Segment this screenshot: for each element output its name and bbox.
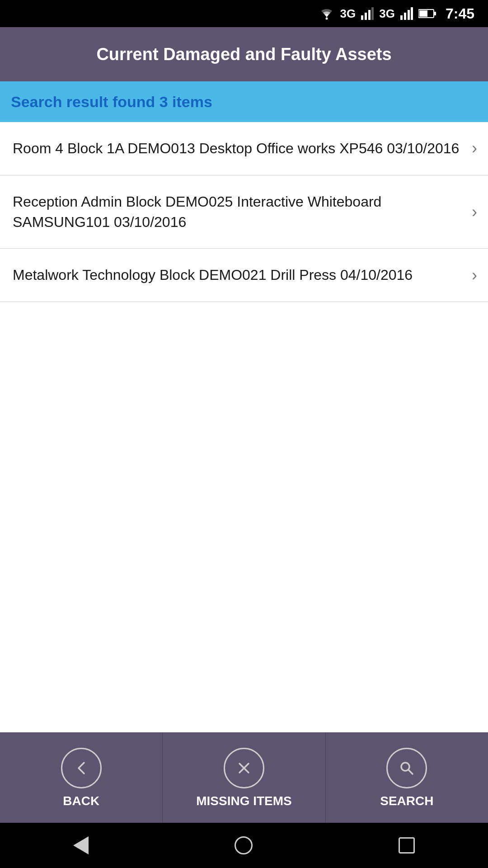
recents-square-icon <box>399 837 415 854</box>
svg-point-0 <box>325 18 328 20</box>
list-item[interactable]: Reception Admin Block DEMO025 Interactiv… <box>0 175 488 249</box>
list-item-text: Reception Admin Block DEMO025 Interactiv… <box>13 192 472 232</box>
search-button[interactable]: Search <box>326 733 488 823</box>
search-result-count: Search result found 3 items <box>11 93 212 111</box>
svg-rect-10 <box>434 12 436 15</box>
svg-rect-5 <box>400 15 403 20</box>
home-circle-icon <box>235 836 253 854</box>
status-bar: 3G 3G 7:45 <box>0 0 488 27</box>
android-home-button[interactable] <box>235 836 253 854</box>
svg-rect-11 <box>419 10 427 17</box>
list-item[interactable]: Metalwork Technology Block DEMO021 Drill… <box>0 249 488 302</box>
signal-bars-2 <box>400 7 413 20</box>
search-icon <box>397 758 417 778</box>
chevron-right-icon: › <box>472 203 477 222</box>
signal-bars-1 <box>361 7 374 20</box>
back-label: Back <box>63 794 99 808</box>
back-triangle-icon <box>73 836 89 854</box>
chevron-right-icon: › <box>472 266 477 285</box>
missing-items-button[interactable]: MISSING ITEMS <box>163 733 325 823</box>
signal-3g-2: 3G <box>379 7 395 21</box>
wifi-icon <box>319 7 335 20</box>
list-item[interactable]: Room 4 Block 1A DEMO013 Desktop Office w… <box>0 122 488 175</box>
svg-rect-4 <box>371 7 374 20</box>
page-title: Current Damaged and Faulty Assets <box>96 45 391 64</box>
back-arrow-icon <box>71 758 91 778</box>
back-button[interactable]: Back <box>0 733 163 823</box>
svg-rect-3 <box>368 10 371 20</box>
search-result-banner: Search result found 3 items <box>0 81 488 122</box>
svg-rect-2 <box>365 13 367 20</box>
x-icon <box>234 758 254 778</box>
svg-line-15 <box>408 770 413 774</box>
back-icon-circle <box>61 748 102 788</box>
list-item-text: Room 4 Block 1A DEMO013 Desktop Office w… <box>13 138 472 159</box>
battery-icon <box>418 9 436 19</box>
svg-rect-7 <box>408 10 410 20</box>
android-back-button[interactable] <box>73 836 89 854</box>
svg-rect-8 <box>411 7 413 20</box>
page-header: Current Damaged and Faulty Assets <box>0 27 488 81</box>
status-time: 7:45 <box>446 5 474 22</box>
android-nav-bar <box>0 823 488 868</box>
android-recents-button[interactable] <box>399 837 415 854</box>
chevron-right-icon: › <box>472 139 477 158</box>
content-area: Room 4 Block 1A DEMO013 Desktop Office w… <box>0 122 488 732</box>
missing-items-icon-circle <box>224 748 264 788</box>
bottom-nav: Back MISSING ITEMS Search <box>0 732 488 823</box>
signal-3g-1: 3G <box>340 7 356 21</box>
list-item-text: Metalwork Technology Block DEMO021 Drill… <box>13 265 472 285</box>
svg-rect-6 <box>404 13 406 20</box>
status-icons: 3G 3G 7:45 <box>319 5 474 22</box>
svg-rect-1 <box>361 15 363 20</box>
search-icon-circle <box>386 748 427 788</box>
missing-items-label: MISSING ITEMS <box>196 794 292 808</box>
search-label: Search <box>380 794 433 808</box>
